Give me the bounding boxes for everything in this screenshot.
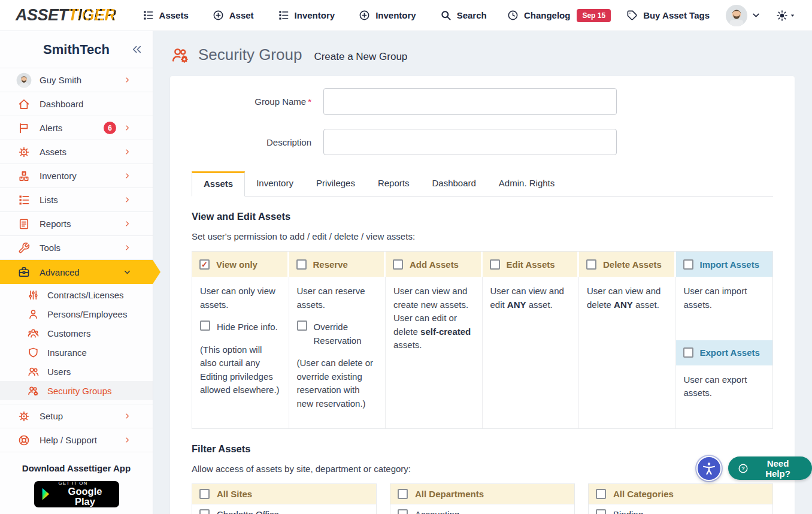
filter-header-all-sites[interactable]: All Sites <box>192 484 376 504</box>
filter-item-charlotte-office[interactable]: Charlotte Office <box>192 504 376 514</box>
checkbox[interactable] <box>683 347 693 358</box>
filter-header-all-departments[interactable]: All Departments <box>390 484 574 504</box>
permission-header-export-assets[interactable]: Export Assets <box>676 340 773 365</box>
users-gear-icon <box>28 385 39 397</box>
flag-icon <box>18 122 30 134</box>
checkbox[interactable] <box>393 259 403 270</box>
sidebar-item-lists[interactable]: Lists <box>0 188 153 212</box>
filter-item-accounting[interactable]: Accounting <box>390 504 574 514</box>
tab-inventory[interactable]: Inventory <box>245 171 305 196</box>
svg-text:?: ? <box>741 465 745 471</box>
sidebar-item-security-groups[interactable]: Security Groups <box>0 381 153 400</box>
checkbox[interactable] <box>199 509 210 514</box>
sidebar-item-label: Inventory <box>40 171 77 181</box>
topnav-assets[interactable]: Assets <box>143 10 189 21</box>
cog-icon <box>18 146 30 158</box>
checkbox[interactable] <box>683 259 693 270</box>
checkbox[interactable] <box>596 489 606 499</box>
filter-assets-heading: Filter Assets <box>192 443 773 455</box>
permission-header-view-only[interactable]: ✓View only <box>192 252 289 277</box>
sidebar-item-label: Insurance <box>47 347 87 358</box>
permission-description: User can only view assets.Hide Price inf… <box>192 277 289 428</box>
checkbox[interactable] <box>200 321 210 331</box>
sidebar-item-alerts[interactable]: Alerts6 <box>0 116 153 140</box>
permission-header-delete-assets[interactable]: Delete Assets <box>579 252 676 277</box>
checkbox[interactable] <box>490 259 500 270</box>
group-name-input[interactable] <box>323 88 617 115</box>
users-icon <box>28 366 39 377</box>
page-subtitle: Create a New Group <box>314 47 407 63</box>
checkbox[interactable]: ✓ <box>199 259 210 270</box>
permission-header-add-assets[interactable]: Add Assets <box>386 252 483 277</box>
user-menu[interactable] <box>725 4 761 27</box>
sidebar-nav: Guy SmithDashboardAlerts6AssetsInventory… <box>0 68 153 452</box>
sidebar-item-users[interactable]: Users <box>0 362 153 381</box>
sidebar-item-contracts-licenses[interactable]: Contracts/Licenses <box>0 285 153 304</box>
topnav-menu: AssetsAssetInventoryInventorySearch <box>143 10 487 21</box>
sidebar-item-insurance[interactable]: Insurance <box>0 343 153 362</box>
changelog-button[interactable]: Changelog Sep 15 <box>507 9 611 22</box>
tag-icon <box>626 10 638 21</box>
checkbox[interactable] <box>398 489 408 499</box>
tab-assets[interactable]: Assets <box>192 171 245 196</box>
shield-icon <box>28 347 39 358</box>
buy-asset-tags-button[interactable]: Buy Asset Tags <box>626 10 710 21</box>
list-icon <box>18 194 30 206</box>
description-label: Description <box>192 137 323 147</box>
document-icon <box>18 218 30 230</box>
wrench-icon <box>18 242 30 254</box>
sidebar-item-label: Tools <box>40 243 60 253</box>
description-input[interactable] <box>323 129 617 155</box>
sidebar-item-dashboard[interactable]: Dashboard <box>0 92 153 116</box>
tab-admin-rights[interactable]: Admin. Rights <box>487 171 566 196</box>
option-override-reservation[interactable]: Override Reservation <box>297 321 378 347</box>
permission-header-import-assets[interactable]: Import Assets <box>676 252 773 277</box>
sidebar-item-guy-smith[interactable]: Guy Smith <box>0 68 153 92</box>
topnav-asset[interactable]: Asset <box>213 10 254 21</box>
filter-header-all-categories[interactable]: All Categories <box>589 484 772 504</box>
sidebar-item-tools[interactable]: Tools <box>0 236 153 260</box>
checkbox[interactable] <box>398 509 408 514</box>
checkbox[interactable] <box>586 259 596 270</box>
topnav-label: Inventory <box>375 10 416 20</box>
sidebar-item-setup[interactable]: Setup <box>0 404 153 428</box>
tab-privileges[interactable]: Privileges <box>305 171 366 196</box>
assettiger-logo[interactable]: ASSETTIGER <box>16 6 116 25</box>
tab-bar: AssetsInventoryPrivilegesReportsDashboar… <box>192 171 773 196</box>
sidebar-item-reports[interactable]: Reports <box>0 212 153 236</box>
tab-dashboard[interactable]: Dashboard <box>420 171 487 196</box>
checkbox[interactable] <box>297 321 307 331</box>
sidebar-item-label: Assets <box>40 147 66 157</box>
sidebar-item-label: Lists <box>40 195 58 205</box>
checkbox[interactable] <box>296 259 307 270</box>
option-hide-price-info[interactable]: Hide Price info. <box>200 321 281 334</box>
permission-header-edit-assets[interactable]: Edit Assets <box>483 252 580 277</box>
accessibility-button[interactable] <box>696 456 722 481</box>
permission-label: Import Assets <box>700 259 759 270</box>
sidebar-item-persons-employees[interactable]: Persons/Employees <box>0 304 153 323</box>
permission-description: User can reserve assets.Override Reserva… <box>289 277 386 428</box>
filter-item-binding[interactable]: Binding <box>589 504 772 514</box>
tab-reports[interactable]: Reports <box>366 171 421 196</box>
sidebar-item-customers[interactable]: Customers <box>0 323 153 343</box>
sidebar-item-inventory[interactable]: Inventory <box>0 164 153 188</box>
checkbox[interactable] <box>596 509 606 514</box>
permissions-table: ✓View onlyUser can only view assets.Hide… <box>192 251 773 429</box>
topnav-inventory[interactable]: Inventory <box>359 10 416 21</box>
filter-header-label: All Categories <box>613 489 674 499</box>
sidebar-item-advanced[interactable]: Advanced <box>0 260 153 284</box>
topnav-inventory[interactable]: Inventory <box>278 10 335 21</box>
theme-toggle[interactable] <box>776 10 796 22</box>
topnav-search[interactable]: Search <box>440 10 487 21</box>
permission-column: Import AssetsUser can import assets.Expo… <box>676 252 773 428</box>
permission-header-reserve[interactable]: Reserve <box>289 252 386 277</box>
sidebar-item-label: Guy Smith <box>40 75 81 85</box>
need-help-button[interactable]: ? Need Help? <box>728 456 812 480</box>
sidebar-collapse-icon[interactable] <box>131 43 143 56</box>
sidebar-item-help-support[interactable]: Help / Support <box>0 428 153 452</box>
google-play-badge[interactable]: GET IT ON Google Play <box>34 481 119 507</box>
permission-label: View only <box>216 259 257 270</box>
sidebar-item-assets[interactable]: Assets <box>0 140 153 164</box>
page-header: Security Group Create a New Group <box>153 31 812 64</box>
checkbox[interactable] <box>199 489 210 499</box>
